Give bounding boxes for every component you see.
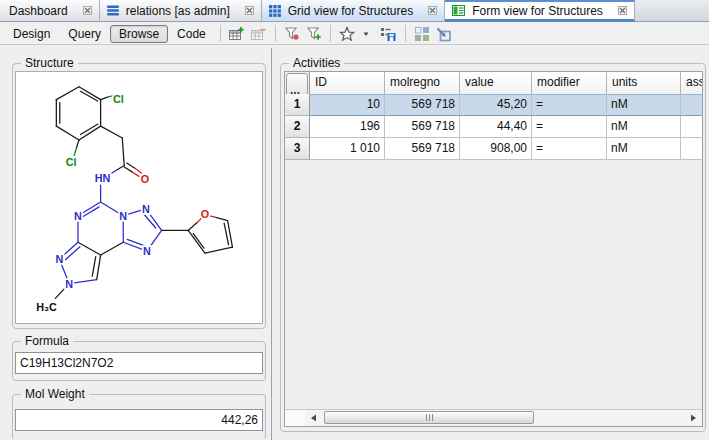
grid-icon: [269, 5, 281, 17]
tab-bar: Dashboard relations [as admin]: [0, 0, 709, 22]
table-cell[interactable]: 569 718: [385, 138, 460, 160]
remove-row-button[interactable]: [248, 24, 270, 44]
remove-row-icon: [250, 26, 267, 42]
toolbar-separator: [220, 25, 221, 42]
activities-group: Activities ... ID molregno value modifie…: [280, 63, 706, 432]
table-cell[interactable]: =: [532, 116, 607, 138]
mol-weight-group-label: Mol Weight: [21, 387, 89, 401]
atom-label-cl-bottom: Cl: [66, 157, 77, 169]
close-icon[interactable]: [245, 6, 254, 15]
atom-label-n-bridgehead: N: [119, 210, 127, 222]
toolbar-separator: [405, 25, 406, 42]
atom-label-n-pyrimidine: N: [74, 210, 82, 222]
chevron-down-icon: [363, 31, 370, 37]
horizontal-scrollbar[interactable]: [305, 409, 702, 426]
widgets-button[interactable]: [411, 24, 433, 44]
code-button[interactable]: Code: [168, 25, 215, 43]
table-cell[interactable]: [681, 94, 703, 116]
scrollbar-track[interactable]: [322, 410, 685, 426]
query-button[interactable]: Query: [59, 25, 110, 43]
structure-group-label: Structure: [21, 56, 78, 70]
table-cell[interactable]: =: [532, 94, 607, 116]
favorites-button[interactable]: [336, 24, 358, 44]
design-button[interactable]: Design: [4, 25, 59, 43]
relations-icon: [107, 5, 119, 16]
table-cell[interactable]: 569 718: [385, 94, 460, 116]
row-header[interactable]: 1: [285, 94, 310, 116]
close-icon[interactable]: [618, 6, 627, 15]
widgets-icon: [414, 26, 430, 42]
formula-group: Formula: [12, 341, 266, 381]
molecule-drawing: Cl Cl O HN N N N N N N O H₃C: [16, 72, 262, 323]
table-cell[interactable]: 10: [310, 94, 385, 116]
tab-relations[interactable]: relations [as admin]: [100, 0, 262, 22]
scrollbar-corner: [285, 409, 305, 426]
save-view-button[interactable]: [378, 24, 400, 44]
add-filter-button[interactable]: [303, 24, 325, 44]
add-row-button[interactable]: [226, 24, 248, 44]
filter-icon: [284, 26, 300, 41]
favorites-dropdown[interactable]: [356, 24, 378, 44]
toolbar: Design Query Browse Code: [0, 23, 709, 45]
tab-label: relations [as admin]: [124, 4, 232, 18]
table-cell[interactable]: nM: [607, 116, 681, 138]
application-window: Dashboard relations [as admin]: [0, 0, 709, 440]
add-row-icon: [228, 26, 245, 42]
table-cell[interactable]: 44,40: [460, 116, 532, 138]
scroll-left-button[interactable]: [305, 410, 322, 426]
mol-weight-group: Mol Weight: [12, 394, 266, 440]
table-cell[interactable]: [681, 138, 703, 160]
popout-icon: [435, 26, 452, 42]
table-cell[interactable]: 908,00: [460, 138, 532, 160]
atom-label-furan-o: O: [201, 208, 209, 220]
table-cell[interactable]: =: [532, 138, 607, 160]
atom-label-n-pyrazole-methyl: N: [65, 278, 73, 290]
table-cell[interactable]: [681, 116, 703, 138]
tab-label: Form view for Structures: [470, 4, 605, 18]
tab-dashboard[interactable]: Dashboard: [0, 0, 100, 22]
tab-form-view[interactable]: Form view for Structures: [445, 0, 635, 22]
toolbar-separator: [330, 25, 331, 42]
atom-label-n-triazole-top: N: [142, 203, 150, 215]
star-icon: [339, 26, 355, 42]
activities-table: ... ID molregno value modifier units ass…: [285, 72, 703, 160]
close-icon[interactable]: [428, 6, 437, 15]
tab-label: Dashboard: [7, 4, 70, 18]
atom-label-cl-top: Cl: [113, 93, 124, 105]
thumb-grip: [429, 414, 430, 421]
atom-label-amide-nh: HN: [95, 172, 111, 184]
save-view-icon: [380, 26, 397, 42]
structure-canvas[interactable]: Cl Cl O HN N N N N N N O H₃C: [15, 71, 263, 324]
form-icon: [452, 5, 465, 16]
tab-label: Grid view for Structures: [286, 4, 415, 18]
activities-table-pane: ... ID molregno value modifier units ass…: [284, 71, 703, 427]
atom-label-amide-o: O: [141, 173, 149, 185]
browse-button[interactable]: Browse: [110, 25, 168, 43]
popout-button[interactable]: [433, 24, 455, 44]
formula-group-label: Formula: [21, 334, 73, 348]
thumb-grip: [432, 414, 433, 421]
table-cell[interactable]: 1 010: [310, 138, 385, 160]
add-filter-icon: [306, 26, 322, 41]
row-header[interactable]: 2: [285, 116, 310, 138]
table-cell[interactable]: 196: [310, 116, 385, 138]
arrow-right-icon: [690, 414, 697, 422]
scroll-right-button[interactable]: [685, 410, 702, 426]
table-cell[interactable]: nM: [607, 94, 681, 116]
structure-group: Structure: [12, 63, 266, 329]
mol-weight-field[interactable]: [15, 409, 263, 431]
scrollbar-thumb[interactable]: [324, 411, 534, 424]
table-cell[interactable]: 569 718: [385, 116, 460, 138]
arrow-left-icon: [310, 414, 317, 422]
formula-field[interactable]: [15, 352, 263, 374]
toolbar-separator: [275, 25, 276, 42]
table-cell[interactable]: 45,20: [460, 94, 532, 116]
close-icon[interactable]: [83, 6, 92, 15]
panel-divider: [271, 48, 272, 440]
table-cell[interactable]: nM: [607, 138, 681, 160]
tab-grid-view[interactable]: Grid view for Structures: [262, 0, 445, 22]
atom-label-n-triazole-bottom: N: [143, 245, 151, 257]
row-header[interactable]: 3: [285, 138, 310, 160]
atom-label-n-pyrazole-left: N: [55, 253, 63, 265]
filter-button[interactable]: [281, 24, 303, 44]
